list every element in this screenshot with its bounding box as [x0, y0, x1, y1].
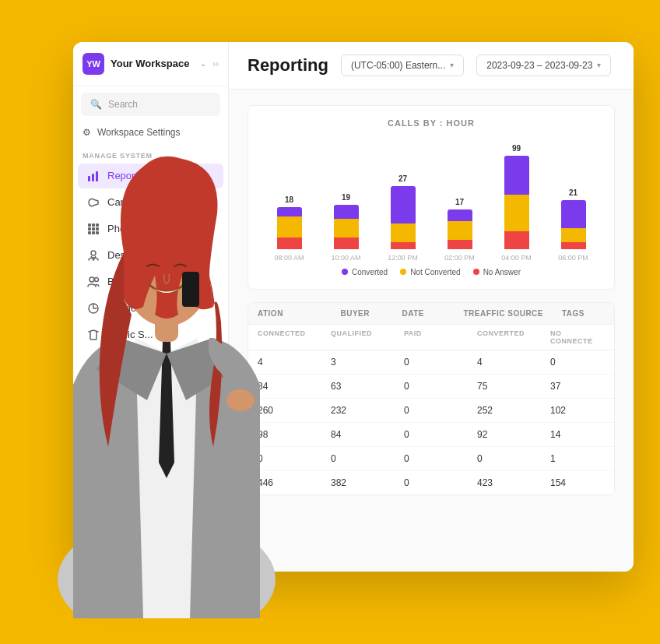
- bar-time-2: 10:00 AM: [331, 254, 360, 262]
- bar-total-2: 19: [342, 193, 350, 202]
- legend-label-not-converted: Not Converted: [410, 268, 460, 276]
- bar-no-answer-3: [391, 242, 416, 249]
- bar-not-converted-2: [334, 219, 359, 238]
- cell-r4-c5: 14: [541, 423, 614, 446]
- subheader-paid: PAID: [395, 325, 468, 350]
- legend-dot-no-answer: [473, 269, 479, 275]
- table-col-tags[interactable]: TAGS: [553, 303, 614, 324]
- cell-r5-c2: 0: [321, 447, 395, 470]
- bar-no-answer-5: [504, 231, 529, 249]
- subheader-no-connected: NO CONNECTE: [541, 325, 614, 350]
- bar-converted-3: [391, 186, 416, 223]
- date-filter[interactable]: 2023-09-23 – 2023-09-23 ▾: [476, 55, 611, 76]
- cell-r1-c4: 4: [468, 350, 541, 374]
- bar-not-converted-4: [448, 221, 472, 240]
- cell-r2-c2: 63: [321, 375, 395, 398]
- legend-label-no-answer: No Answer: [483, 268, 521, 276]
- bar-no-answer-4: [448, 240, 472, 249]
- bar-not-converted-6: [561, 228, 586, 242]
- legend-dot-converted: [342, 269, 348, 275]
- bar-group-6: 21 06:00 PM: [553, 188, 594, 262]
- person-image: [11, 73, 322, 618]
- bar-group-5: 99 04:00 PM: [496, 144, 537, 262]
- cell-r1-c3: 0: [395, 350, 468, 374]
- bar-time-3: 12:00 PM: [388, 254, 418, 262]
- bar-time-5: 04:00 PM: [501, 254, 532, 262]
- cell-r3-c3: 0: [395, 399, 468, 422]
- subheader-converted: CONVERTED: [468, 325, 541, 350]
- cell-r2-c4: 75: [468, 375, 541, 398]
- bar-converted-2: [334, 205, 359, 219]
- bar-stack-4: [448, 209, 472, 249]
- cell-r2-c5: 37: [541, 375, 614, 398]
- workspace-logo: YW: [82, 53, 104, 75]
- bar-time-4: 02:00 PM: [444, 254, 475, 262]
- bar-group-4: 17 02:00 PM: [439, 198, 480, 262]
- svg-rect-19: [182, 272, 199, 307]
- cell-r5-c3: 0: [395, 447, 468, 470]
- nav-forward-icon: ››: [212, 58, 219, 69]
- bar-total-4: 17: [455, 198, 464, 206]
- cell-r4-c3: 0: [395, 423, 468, 446]
- timezone-chevron-icon: ▾: [450, 61, 454, 69]
- cell-r3-c4: 252: [468, 399, 541, 422]
- svg-point-20: [226, 389, 255, 411]
- date-value: 2023-09-23 – 2023-09-23: [486, 60, 592, 71]
- table-col-buyer: BUYER: [332, 303, 393, 324]
- bar-group-2: 19 10:00 AM: [325, 193, 367, 262]
- table-col-date: DATE: [393, 303, 455, 324]
- bar-total-5: 99: [512, 144, 521, 153]
- bar-no-answer-6: [561, 242, 586, 249]
- cell-r5-c5: 1: [541, 447, 614, 470]
- cell-r6-c2: 382: [321, 471, 395, 494]
- cell-r1-c5: 0: [541, 350, 614, 374]
- cell-r3-c5: 102: [541, 399, 614, 422]
- bar-stack-3: [391, 186, 416, 249]
- cell-r6-c5: 154: [541, 471, 614, 494]
- cell-r5-c4: 0: [468, 447, 541, 470]
- cell-r4-c4: 92: [468, 423, 541, 446]
- legend-no-answer: No Answer: [473, 268, 521, 276]
- cell-r6-c3: 0: [395, 471, 468, 494]
- cell-r6-c4: 423: [468, 471, 541, 494]
- timezone-value: (UTC-05:00) Eastern...: [351, 60, 445, 71]
- legend-label-converted: Converted: [352, 268, 388, 276]
- legend-not-converted: Not Converted: [400, 268, 460, 276]
- subheader-qualified: QUALIFIED: [321, 325, 395, 350]
- cell-r2-c3: 0: [395, 375, 468, 398]
- bar-converted-4: [448, 209, 472, 221]
- bar-converted-5: [504, 156, 529, 195]
- timezone-filter[interactable]: (UTC-05:00) Eastern... ▾: [341, 55, 464, 76]
- legend-dot-not-converted: [400, 269, 406, 275]
- bar-stack-6: [561, 200, 586, 249]
- bar-stack-5: [504, 156, 529, 249]
- bar-total-6: 21: [569, 188, 578, 197]
- workspace-name: Your Workspace: [111, 58, 194, 69]
- date-chevron-icon: ▾: [597, 61, 601, 69]
- legend-converted: Converted: [342, 268, 388, 276]
- bar-stack-2: [334, 205, 359, 249]
- bar-not-converted-3: [391, 223, 416, 242]
- bar-no-answer-2: [334, 238, 359, 249]
- cell-r1-c2: 3: [321, 350, 395, 374]
- bar-converted-6: [561, 200, 586, 228]
- bar-time-6: 06:00 PM: [558, 254, 588, 262]
- table-col-traffic: TREAFFIC SOURCE: [455, 303, 553, 324]
- cell-r3-c2: 232: [321, 399, 395, 422]
- workspace-expand-icon: ⌄: [200, 59, 206, 68]
- bar-total-3: 27: [398, 174, 407, 183]
- cell-r4-c2: 84: [321, 423, 395, 446]
- scene-wrapper: YW Your Workspace ⌄ ›› 🔍 Search ⚙ Worksp…: [26, 26, 634, 618]
- bar-group-3: 27 12:00 PM: [382, 174, 423, 262]
- bar-not-converted-5: [504, 195, 529, 231]
